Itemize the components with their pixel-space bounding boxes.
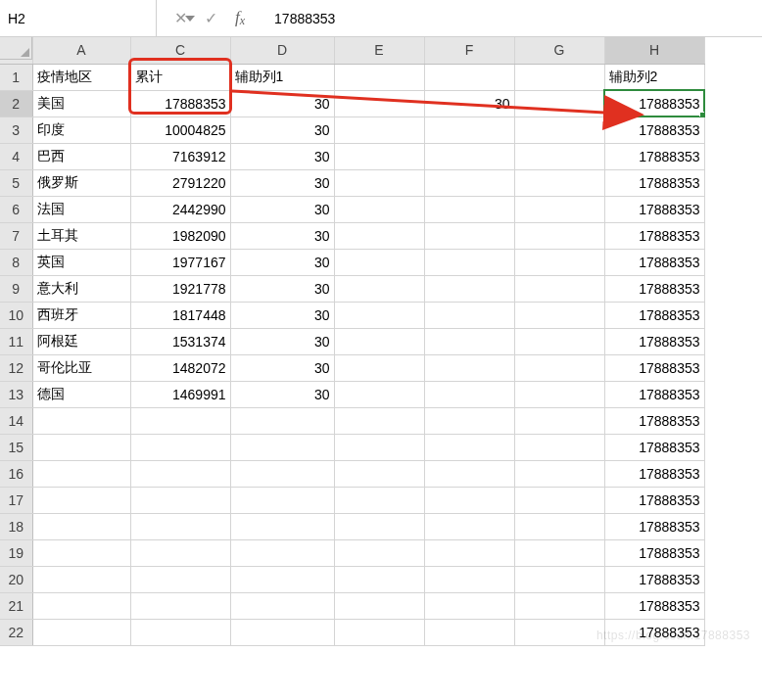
cell[interactable] xyxy=(424,407,514,434)
cell[interactable] xyxy=(334,275,424,302)
cell[interactable] xyxy=(514,434,604,460)
cell[interactable]: 1921778 xyxy=(130,275,230,302)
row-header[interactable]: 5 xyxy=(0,169,32,196)
cell[interactable] xyxy=(424,302,514,328)
cell[interactable]: 哥伦比亚 xyxy=(32,354,130,381)
cell[interactable] xyxy=(424,249,514,275)
cell[interactable]: 17888353 xyxy=(604,434,704,460)
cell[interactable] xyxy=(514,619,604,645)
cell[interactable]: 17888353 xyxy=(604,487,704,513)
row-header[interactable]: 15 xyxy=(0,434,32,460)
row-header[interactable]: 21 xyxy=(0,592,32,619)
cell[interactable]: 2791220 xyxy=(130,169,230,196)
cell[interactable] xyxy=(130,434,230,460)
cell[interactable] xyxy=(230,619,334,645)
cell[interactable] xyxy=(514,143,604,169)
cell[interactable] xyxy=(424,143,514,169)
cell[interactable]: 1531374 xyxy=(130,328,230,354)
cell[interactable] xyxy=(334,487,424,513)
row-header[interactable]: 10 xyxy=(0,302,32,328)
cell[interactable] xyxy=(334,381,424,407)
cell[interactable] xyxy=(130,592,230,619)
cell[interactable] xyxy=(130,460,230,487)
cell[interactable] xyxy=(424,222,514,249)
cell[interactable] xyxy=(130,539,230,566)
col-header-E[interactable]: E xyxy=(334,37,424,64)
cell[interactable]: 17888353 xyxy=(604,539,704,566)
col-header-A[interactable]: A xyxy=(32,37,130,64)
cell[interactable]: 17888353 xyxy=(604,302,704,328)
cell[interactable] xyxy=(424,619,514,645)
cell[interactable] xyxy=(514,64,604,90)
cell[interactable] xyxy=(424,117,514,143)
cell[interactable]: 17888353 xyxy=(604,143,704,169)
cell[interactable]: 30 xyxy=(230,275,334,302)
cell[interactable] xyxy=(514,196,604,222)
cell[interactable]: 意大利 xyxy=(32,275,130,302)
cell[interactable]: 30 xyxy=(230,90,334,117)
cell[interactable]: 17888353 xyxy=(604,592,704,619)
cell[interactable]: 法国 xyxy=(32,196,130,222)
row-header[interactable]: 4 xyxy=(0,143,32,169)
cell[interactable] xyxy=(32,460,130,487)
cell[interactable] xyxy=(514,381,604,407)
cell[interactable] xyxy=(514,117,604,143)
col-header-D[interactable]: D xyxy=(230,37,334,64)
row-header[interactable]: 7 xyxy=(0,222,32,249)
cell[interactable] xyxy=(334,513,424,539)
cell[interactable]: 17888353 xyxy=(130,90,230,117)
cell[interactable] xyxy=(230,487,334,513)
row-header[interactable]: 8 xyxy=(0,249,32,275)
cell[interactable]: 17888353 xyxy=(604,407,704,434)
name-box-input[interactable] xyxy=(8,11,179,26)
cell[interactable]: 30 xyxy=(424,90,514,117)
cell[interactable] xyxy=(334,64,424,90)
cell[interactable] xyxy=(424,196,514,222)
cell[interactable] xyxy=(514,249,604,275)
cell[interactable]: 17888353 xyxy=(604,169,704,196)
row-header[interactable]: 19 xyxy=(0,539,32,566)
cell[interactable]: 17888353 xyxy=(604,328,704,354)
cell[interactable]: 德国 xyxy=(32,381,130,407)
row-header[interactable]: 20 xyxy=(0,566,32,592)
cell[interactable] xyxy=(334,143,424,169)
cell[interactable] xyxy=(514,513,604,539)
row-header[interactable]: 17 xyxy=(0,487,32,513)
cell[interactable]: 阿根廷 xyxy=(32,328,130,354)
cell[interactable] xyxy=(424,354,514,381)
cell[interactable]: 17888353 xyxy=(604,249,704,275)
cell[interactable] xyxy=(32,407,130,434)
cell[interactable]: 印度 xyxy=(32,117,130,143)
cell[interactable]: 17888353 xyxy=(604,90,704,117)
cell[interactable] xyxy=(424,275,514,302)
cell[interactable]: 17888353 xyxy=(604,196,704,222)
cell[interactable]: 2442990 xyxy=(130,196,230,222)
cell[interactable] xyxy=(334,90,424,117)
col-header-H[interactable]: H xyxy=(604,37,704,64)
row-header[interactable]: 13 xyxy=(0,381,32,407)
cell[interactable] xyxy=(32,619,130,645)
row-header[interactable]: 9 xyxy=(0,275,32,302)
cell[interactable] xyxy=(424,460,514,487)
cell[interactable] xyxy=(514,90,604,117)
cell[interactable] xyxy=(230,407,334,434)
cell[interactable]: 土耳其 xyxy=(32,222,130,249)
cell[interactable] xyxy=(334,566,424,592)
cell[interactable] xyxy=(334,354,424,381)
cell[interactable] xyxy=(230,434,334,460)
cell[interactable]: 30 xyxy=(230,222,334,249)
cell[interactable]: 西班牙 xyxy=(32,302,130,328)
cell[interactable] xyxy=(334,407,424,434)
cell[interactable] xyxy=(424,328,514,354)
cell[interactable] xyxy=(130,513,230,539)
cell[interactable] xyxy=(514,592,604,619)
cell[interactable] xyxy=(230,460,334,487)
cell[interactable] xyxy=(32,434,130,460)
cell[interactable] xyxy=(32,487,130,513)
formula-confirm-icon[interactable]: ✓ xyxy=(205,9,217,27)
cell[interactable]: 17888353 xyxy=(604,513,704,539)
cell[interactable]: 1482072 xyxy=(130,354,230,381)
col-header-F[interactable]: F xyxy=(424,37,514,64)
cell[interactable] xyxy=(230,566,334,592)
cell[interactable] xyxy=(130,487,230,513)
